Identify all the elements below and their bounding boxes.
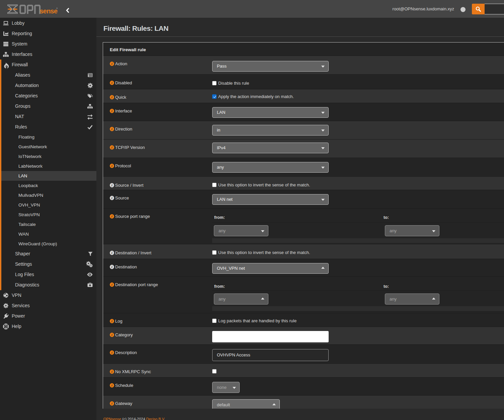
svg-text:sense: sense [40,7,58,14]
